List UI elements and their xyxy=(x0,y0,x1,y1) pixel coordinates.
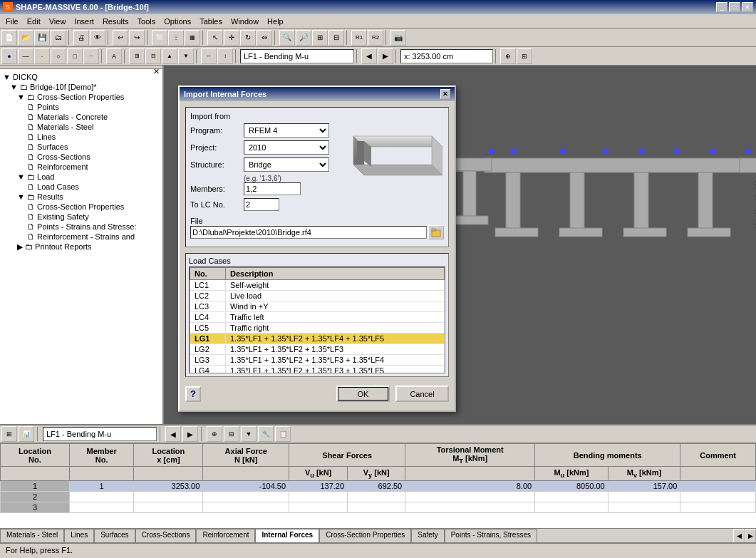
tool-c[interactable]: ⊞ xyxy=(129,48,145,64)
undo-button[interactable]: ↩ xyxy=(113,30,128,46)
results-button[interactable]: R1 xyxy=(351,30,367,46)
file-input[interactable] xyxy=(190,226,427,239)
tree-results[interactable]: ▼ 🗀 Results xyxy=(1,192,161,202)
lc-row[interactable]: LC5Traffic right xyxy=(190,323,445,334)
tool-g[interactable]: ↔ xyxy=(201,48,217,64)
program-select[interactable]: RFEM 4 RFEM 3 RSTAB 8 RSTAB 7 xyxy=(244,123,329,138)
tool-e[interactable]: ▲ xyxy=(162,48,177,64)
bottom-tool6[interactable]: 🔧 xyxy=(258,426,274,442)
print-preview-button[interactable]: 👁 xyxy=(90,30,105,46)
lc-row[interactable]: LG31.35*LF1 + 1.35*LF2 + 1.35*LF3 + 1.35… xyxy=(190,355,445,366)
rect-button[interactable]: □ xyxy=(67,48,83,64)
tool-a[interactable]: ··· xyxy=(83,48,99,64)
tool-b[interactable]: A xyxy=(106,48,122,64)
tree-points[interactable]: 🗋 Points xyxy=(1,102,161,112)
prev-lf-button[interactable]: ◀ xyxy=(361,48,377,64)
lc-row[interactable]: LC2Live load xyxy=(190,291,445,301)
menu-insert[interactable]: Insert xyxy=(70,16,98,27)
tree-root[interactable]: ▼ DICKQ xyxy=(1,72,161,82)
menu-edit[interactable]: Edit xyxy=(23,16,45,27)
tree-printout[interactable]: ▶ 🗀 Printout Reports xyxy=(1,242,161,252)
tab-materials-steel[interactable]: Materials - Steel xyxy=(0,529,64,542)
project-select[interactable]: 2010 xyxy=(244,140,329,155)
tab-prev-button[interactable]: ◀ xyxy=(733,529,745,542)
node-button[interactable]: ⬜ xyxy=(152,30,167,46)
lc-row[interactable]: LC4Traffic left xyxy=(190,312,445,323)
window-controls[interactable]: _ □ ✕ xyxy=(716,2,753,12)
bottom-tool5[interactable]: ▼ xyxy=(241,426,257,442)
tool-d[interactable]: ⊟ xyxy=(145,48,161,64)
tab-safety[interactable]: Safety xyxy=(411,529,444,542)
tab-surfaces[interactable]: Surfaces xyxy=(94,529,135,542)
pointer-button[interactable]: ● xyxy=(1,48,17,64)
move-button[interactable]: ✛ xyxy=(224,30,239,46)
tree-existing-safety[interactable]: 🗋 Existing Safety xyxy=(1,212,161,222)
menu-tools[interactable]: Tools xyxy=(133,16,160,27)
close-button[interactable]: ✕ xyxy=(742,2,753,12)
lc-row[interactable]: LC3Wind in +Y xyxy=(190,301,445,312)
zoom-in-button[interactable]: 🔍 xyxy=(279,30,295,46)
ok-button[interactable]: OK xyxy=(336,386,390,402)
tree-points-strains[interactable]: 🗋 Points - Strains and Stresse: xyxy=(1,222,161,232)
minimize-button[interactable]: _ xyxy=(716,2,727,12)
tree-reinf-strains[interactable]: 🗋 Reinforcement - Strains and xyxy=(1,232,161,242)
table-row[interactable]: 2 xyxy=(1,492,756,502)
menu-results[interactable]: Results xyxy=(98,16,133,27)
tab-internal-forces[interactable]: Internal Forces xyxy=(255,529,319,542)
redo-button[interactable]: ↪ xyxy=(129,30,145,46)
bottom-tool7[interactable]: 📋 xyxy=(275,426,291,442)
file-browse-button[interactable] xyxy=(428,225,444,239)
menu-tables[interactable]: Tables xyxy=(195,16,227,27)
menu-options[interactable]: Options xyxy=(160,16,195,27)
tab-lines[interactable]: Lines xyxy=(64,529,94,542)
members-input[interactable] xyxy=(244,182,301,195)
rotate-button[interactable]: ↻ xyxy=(240,30,256,46)
tree-cross-section[interactable]: ▼ 🗀 Cross-Section Properties xyxy=(1,92,161,102)
tree-mat-concrete[interactable]: 🗋 Materials - Concrete xyxy=(1,112,161,122)
tree-load[interactable]: ▼ 🗀 Load xyxy=(1,172,161,182)
menu-view[interactable]: View xyxy=(45,16,71,27)
import-dialog[interactable]: Import Internal Forces ✕ Import from Pro… xyxy=(178,86,456,412)
results2-button[interactable]: R2 xyxy=(368,30,383,46)
tab-reinforcement[interactable]: Reinforcement xyxy=(196,529,255,542)
lf-dropdown[interactable]: LF1 - Bending M-u xyxy=(240,49,354,63)
grid-button[interactable]: ⊞ xyxy=(517,48,532,64)
menu-window[interactable]: Window xyxy=(227,16,263,27)
circle-button[interactable]: ○ xyxy=(51,48,66,64)
menu-file[interactable]: File xyxy=(1,16,23,27)
open-button[interactable]: 📂 xyxy=(18,30,33,46)
mirror-button[interactable]: ⇔ xyxy=(257,30,272,46)
lc-row[interactable]: LG41.35*LF1 + 1.35*LF2 + 1.35*LF3 + 1.35… xyxy=(190,366,445,374)
line-button[interactable]: ⋮ xyxy=(168,30,184,46)
tab-cross-sections[interactable]: Cross-Sections xyxy=(135,529,197,542)
screenshot-button[interactable]: 📷 xyxy=(390,30,406,46)
lc-row[interactable]: LG21.35*LF1 + 1.35*LF2 + 1.35*LF3 xyxy=(190,344,445,355)
zoom-window-button[interactable]: ⊟ xyxy=(328,30,344,46)
to-lc-input[interactable] xyxy=(244,198,279,211)
save-all-button[interactable]: 🗂 xyxy=(51,30,66,46)
dialog-close-button[interactable]: ✕ xyxy=(440,89,450,99)
bottom-tool3[interactable]: ⊕ xyxy=(207,426,222,442)
tree-res-cross[interactable]: 🗋 Cross-Section Properties xyxy=(1,202,161,212)
tree-load-cases[interactable]: 🗋 Load Cases xyxy=(1,182,161,192)
tab-next-button[interactable]: ▶ xyxy=(745,529,756,542)
tree-bridge[interactable]: ▼ 🗀 Bridge-10f [Demo]* xyxy=(1,82,161,92)
tree-mat-steel[interactable]: 🗋 Materials - Steel xyxy=(1,122,161,132)
lc-row[interactable]: LG11.35*LF1 + 1.35*LF2 + 1.35*LF4 + 1.35… xyxy=(190,334,445,344)
next-lf-button[interactable]: ▶ xyxy=(378,48,393,64)
bottom-tool4[interactable]: ⊟ xyxy=(224,426,239,442)
bottom-prev-button[interactable]: ◀ xyxy=(165,426,181,442)
tree-surfaces[interactable]: 🗋 Surfaces xyxy=(1,142,161,152)
select-button[interactable]: ↖ xyxy=(207,30,223,46)
coord-button[interactable]: ⊕ xyxy=(500,48,516,64)
cancel-button[interactable]: Cancel xyxy=(395,386,449,402)
save-button[interactable]: 💾 xyxy=(34,30,50,46)
load-cases-scroll[interactable]: No. Description LC1Self-weightLC2Live lo… xyxy=(189,267,445,373)
help-button[interactable]: ? xyxy=(185,386,201,402)
bottom-tool1[interactable]: ⊞ xyxy=(1,426,17,442)
structure-select[interactable]: Bridge xyxy=(244,157,329,172)
tool-f[interactable]: ▼ xyxy=(178,48,194,64)
table-row[interactable]: 1 1 3253.00 -104.50 137.20 692.50 8.00 8… xyxy=(1,481,756,492)
zoom-all-button[interactable]: ⊞ xyxy=(312,30,328,46)
tree-lines[interactable]: 🗋 Lines xyxy=(1,132,161,142)
